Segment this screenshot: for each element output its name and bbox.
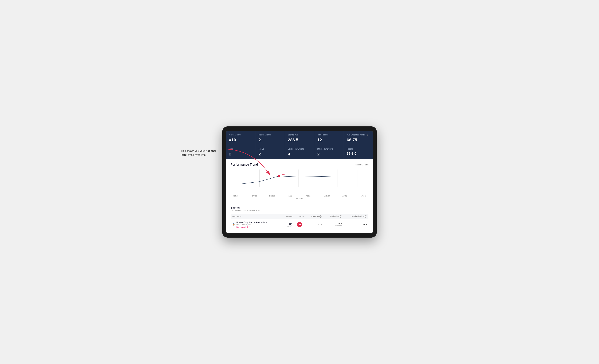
month-apr24: APR 24: [343, 195, 348, 197]
month-dec23: DEC 23: [269, 195, 275, 197]
stat-wins: Wins 2: [226, 145, 255, 159]
event-date: Oct 9 – Oct 10, 2023: [236, 224, 267, 226]
events-table-header: Event Name Position Score Event SG i Tot…: [230, 214, 369, 219]
stat-top3s-label: Top 3s: [258, 148, 282, 150]
info-icon-total: i: [340, 215, 342, 218]
weighted-points-cell: 28.3: [344, 219, 369, 230]
event-name: Buster Cozy Cup – Stroke Play: [236, 221, 267, 223]
performance-label: National Rank: [355, 164, 369, 166]
stat-regional-rank: Regional Rank 2: [255, 131, 285, 145]
stat-avg-weighted-points: Avg. Weighted Points i 68.75: [344, 131, 373, 145]
month-may24: MAY 24: [361, 195, 367, 197]
stat-match-play-label: Match Play Events: [317, 148, 341, 150]
stat-scoring-avg-label: Scoring Avg.: [288, 133, 311, 136]
performance-section: Performance Trend National Rank: [226, 159, 373, 203]
stats-row-1: National Rank #10 Regional Rank 2 Scorin…: [226, 131, 373, 145]
stat-record: Record 32-8-0: [344, 145, 373, 159]
chart-highlight-point: [278, 175, 280, 177]
stat-national-rank-value: #10: [229, 138, 252, 142]
score-badge: -22: [297, 222, 302, 227]
col-event-name: Event Name: [230, 214, 282, 219]
total-points-cell: 28.3 3 Rounds: [323, 219, 344, 230]
stat-match-play-value: 2: [317, 152, 341, 157]
stat-top3s-value: 2: [258, 152, 282, 157]
month-mar24: MAR 24: [324, 195, 330, 197]
stat-avg-weighted-label: Avg. Weighted Points i: [347, 133, 370, 136]
stats-row-2: Wins 2 Top 3s 2 Stroke Play Events 4 Mat…: [226, 145, 373, 159]
performance-chart: • #10: [230, 169, 369, 192]
performance-title: Performance Trend: [230, 163, 258, 166]
events-section: Events Last updated: 24th November 2023 …: [226, 203, 373, 233]
event-name-cell: 🏌 Buster Cozy Cup – Stroke Play Oct 9 – …: [230, 219, 282, 230]
annotation-after: trend over time: [187, 153, 205, 156]
chart-months: OCT 23 NOV 23 DEC 23 JAN 24 FEB 24 MAR 2…: [230, 194, 369, 197]
stat-total-rounds: Total Rounds 12: [314, 131, 344, 145]
stat-match-play-events: Match Play Events 2: [314, 145, 344, 159]
stat-national-rank-label: National Rank: [229, 133, 252, 136]
col-weighted-points: Weighted Points i: [344, 214, 369, 219]
performance-header: Performance Trend National Rank: [230, 163, 369, 166]
stat-stroke-play-value: 4: [288, 152, 311, 157]
month-nov23: NOV 23: [251, 195, 257, 197]
stat-regional-rank-value: 2: [258, 138, 282, 142]
event-position-sub: out of 7: [283, 225, 292, 227]
month-feb24: FEB 24: [306, 195, 311, 197]
event-sg-value: 0.45: [318, 223, 322, 226]
event-score-cell: -22: [294, 219, 305, 230]
col-position: Position: [282, 214, 294, 219]
tablet-screen: National Rank #10 Regional Rank 2 Scorin…: [226, 131, 373, 233]
weighted-points-value: 28.3: [363, 223, 367, 226]
events-last-updated: Last updated: 24th November 2023: [230, 210, 369, 212]
event-position: 6th: [289, 222, 292, 225]
stat-wins-value: 2: [229, 152, 252, 157]
col-event-sg: Event SG i: [305, 214, 323, 219]
chart-rank-label: • #10: [281, 174, 285, 176]
stat-national-rank: National Rank #10: [226, 131, 255, 145]
months-label: Months: [230, 198, 369, 200]
events-table: Event Name Position Score Event SG i Tot…: [230, 214, 369, 230]
stat-record-value: 32-8-0: [347, 152, 370, 156]
info-icon-avg: i: [366, 134, 368, 136]
annotation-text: This shows you your National Rank trend …: [181, 149, 219, 157]
stat-total-rounds-value: 12: [317, 138, 341, 142]
stat-stroke-play-label: Stroke Play Events: [288, 148, 311, 150]
info-icon-sg: i: [319, 215, 322, 218]
chart-area: • #10: [230, 169, 369, 194]
event-sg-cell: 0.45: [305, 219, 323, 230]
stat-stroke-play-events: Stroke Play Events 4: [285, 145, 314, 159]
col-total-points: Total Points i: [323, 214, 344, 219]
stat-scoring-avg-value: 286.5: [288, 138, 311, 142]
event-position-cell: 6th out of 7: [282, 219, 294, 230]
stat-regional-rank-label: Regional Rank: [258, 133, 282, 136]
table-row: 🏌 Buster Cozy Cup – Stroke Play Oct 9 – …: [230, 219, 369, 230]
events-title: Events: [230, 206, 369, 209]
month-oct23: OCT 23: [232, 195, 238, 197]
month-jan24: JAN 24: [288, 195, 293, 197]
tablet-frame: National Rank #10 Regional Rank 2 Scorin…: [222, 126, 377, 238]
total-points-sub: 3 Rounds: [325, 225, 342, 227]
stat-record-label: Record: [347, 148, 370, 150]
stat-top3s: Top 3s 2: [255, 145, 285, 159]
stat-scoring-avg: Scoring Avg. 286.5: [285, 131, 314, 145]
info-icon-weighted: i: [365, 215, 367, 218]
stat-avg-weighted-value: 68.75: [347, 138, 370, 142]
stat-wins-label: Wins: [229, 148, 252, 150]
annotation-before: This shows you your: [181, 149, 206, 152]
stat-total-rounds-label: Total Rounds: [317, 133, 341, 136]
total-points-value: 28.3: [338, 222, 342, 225]
rank-impact: Rank Impact: 3 ▼: [236, 226, 267, 228]
event-icon: 🏌: [232, 223, 235, 226]
col-score: Score: [294, 214, 305, 219]
